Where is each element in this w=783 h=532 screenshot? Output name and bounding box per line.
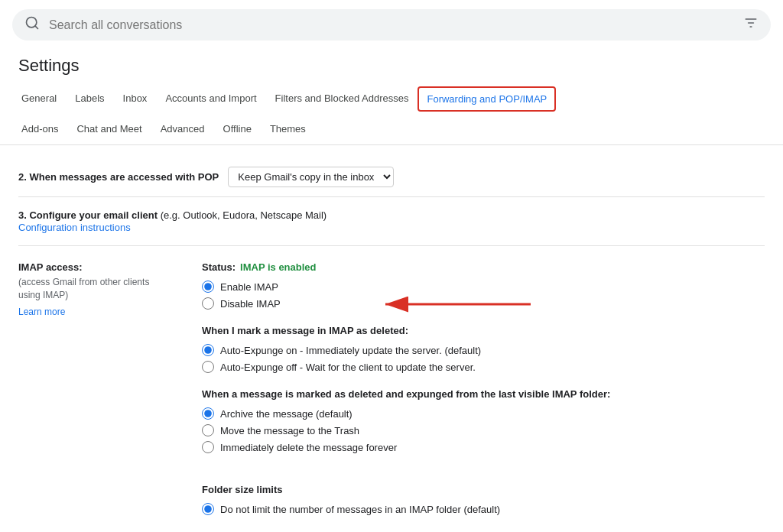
- search-bar: [12, 9, 771, 41]
- folder-title: Folder size limits: [202, 484, 765, 495]
- radio-move-trash[interactable]: Move the message to the Trash: [202, 424, 765, 436]
- configure-section: 3. Configure your email client (e.g. Out…: [18, 197, 765, 246]
- filter-icon[interactable]: [743, 15, 759, 34]
- imap-radio-group: Enable IMAP Disable IMAP: [202, 281, 765, 310]
- folder-radio-group: Do not limit the number of messages in a…: [202, 503, 765, 515]
- imap-learn-more-link[interactable]: Learn more: [18, 307, 171, 317]
- imap-status: Status: IMAP is enabled: [202, 261, 765, 273]
- deleted-radio-group: Auto-Expunge on - Immediately update the…: [202, 344, 765, 373]
- tab-labels[interactable]: Labels: [66, 85, 113, 114]
- tab-inbox[interactable]: Inbox: [114, 85, 157, 114]
- imap-subtitle: (access Gmail from other clients using I…: [18, 276, 171, 302]
- radio-auto-expunge-on[interactable]: Auto-Expunge on - Immediately update the…: [202, 344, 765, 356]
- config-link[interactable]: Configuration instructions: [18, 222, 131, 233]
- deleted-title: When I mark a message in IMAP as deleted…: [202, 325, 765, 336]
- search-input[interactable]: [49, 18, 734, 32]
- configure-text: 3. Configure your email client (e.g. Out…: [18, 209, 765, 221]
- delete-forever-label: Immediately delete the message forever: [220, 442, 397, 453]
- enable-imap-label: Enable IMAP: [220, 281, 278, 293]
- tab-themes[interactable]: Themes: [261, 115, 315, 144]
- auto-expunge-on-label: Auto-Expunge on - Immediately update the…: [220, 345, 481, 356]
- tab-advanced[interactable]: Advanced: [151, 115, 214, 144]
- radio-no-limit[interactable]: Do not limit the number of messages in a…: [202, 503, 765, 515]
- tabs-container: General Labels Inbox Accounts and Import…: [0, 85, 783, 145]
- radio-enable-imap[interactable]: Enable IMAP: [202, 281, 765, 293]
- imap-section: IMAP access: (access Gmail from other cl…: [18, 246, 765, 532]
- page-title: Settings: [0, 50, 783, 85]
- settings-content: 2. When messages are accessed with POP K…: [0, 145, 783, 532]
- tab-accounts[interactable]: Accounts and Import: [156, 85, 265, 114]
- radio-delete-forever[interactable]: Immediately delete the message forever: [202, 441, 765, 453]
- no-limit-label: Do not limit the number of messages in a…: [220, 504, 500, 515]
- pop-row: 2. When messages are accessed with POP K…: [18, 157, 765, 197]
- tab-chat[interactable]: Chat and Meet: [67, 115, 151, 144]
- svg-line-1: [35, 26, 38, 29]
- pop-label: 2. When messages are accessed with POP: [18, 171, 219, 183]
- tab-general[interactable]: General: [12, 85, 66, 114]
- tab-addons[interactable]: Add-ons: [12, 115, 67, 144]
- folder-section: Folder size limits Do not limit the numb…: [202, 469, 765, 532]
- auto-expunge-off-label: Auto-Expunge off - Wait for the client t…: [220, 362, 476, 373]
- imap-content-col: Status: IMAP is enabled Enable IMAP Disa…: [202, 261, 765, 532]
- imap-status-value: IMAP is enabled: [240, 261, 316, 273]
- radio-archive[interactable]: Archive the message (default): [202, 407, 765, 420]
- imap-enable-group: Enable IMAP Disable IMAP: [202, 281, 765, 310]
- expunged-title: When a message is marked as deleted and …: [202, 388, 765, 400]
- imap-label-col: IMAP access: (access Gmail from other cl…: [18, 261, 171, 532]
- deleted-section: When I mark a message in IMAP as deleted…: [202, 325, 765, 373]
- expunged-section: When a message is marked as deleted and …: [202, 388, 765, 453]
- pop-dropdown[interactable]: Keep Gmail's copy in the inbox: [228, 167, 394, 187]
- tabs-row-1: General Labels Inbox Accounts and Import…: [12, 85, 771, 114]
- tab-offline[interactable]: Offline: [214, 115, 261, 144]
- expunged-radio-group: Archive the message (default) Move the m…: [202, 407, 765, 453]
- imap-title: IMAP access:: [18, 261, 171, 273]
- move-trash-label: Move the message to the Trash: [220, 425, 359, 436]
- tab-forwarding[interactable]: Forwarding and POP/IMAP: [417, 86, 556, 112]
- radio-auto-expunge-off[interactable]: Auto-Expunge off - Wait for the client t…: [202, 361, 765, 373]
- radio-disable-imap[interactable]: Disable IMAP: [202, 297, 765, 310]
- tab-filters[interactable]: Filters and Blocked Addresses: [266, 85, 418, 114]
- search-icon: [24, 15, 40, 34]
- archive-label: Archive the message (default): [220, 408, 353, 420]
- disable-imap-label: Disable IMAP: [220, 298, 281, 310]
- tabs-row-2: Add-ons Chat and Meet Advanced Offline T…: [12, 115, 771, 144]
